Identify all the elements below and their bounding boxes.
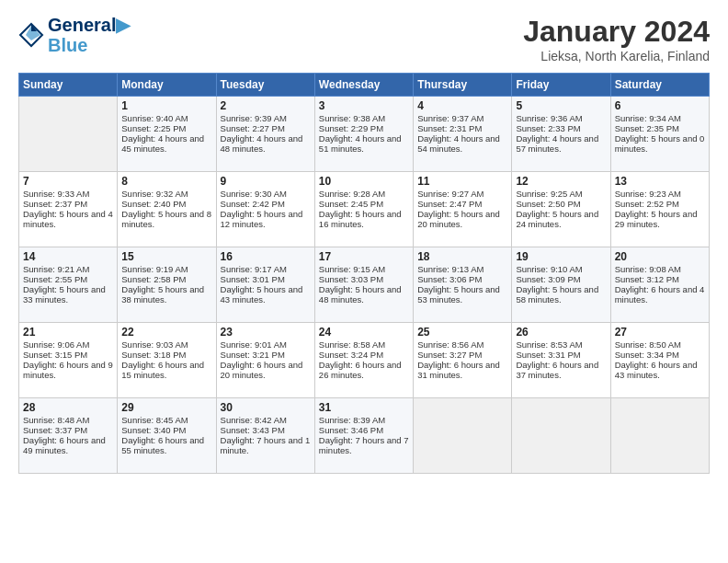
sunset-text: Sunset: 3:01 PM [221,274,285,284]
day-number: 3 [319,99,409,112]
day-number: 25 [417,326,507,339]
calendar-cell [610,398,709,474]
calendar-cell: 18 Sunrise: 9:13 AM Sunset: 3:06 PM Dayl… [414,247,512,323]
sunrise-text: Sunrise: 9:38 AM [319,113,385,123]
day-number: 7 [23,175,113,188]
sunset-text: Sunset: 2:33 PM [516,123,580,133]
sunrise-text: Sunrise: 8:50 AM [615,339,681,350]
daylight-text: Daylight: 5 hours and 0 minutes. [615,133,705,154]
daylight-text: Daylight: 6 hours and 15 minutes. [121,360,204,380]
day-header-friday: Friday [512,74,610,97]
day-number: 9 [221,175,311,188]
sunrise-text: Sunrise: 9:13 AM [417,264,483,274]
day-header-saturday: Saturday [610,74,709,97]
calendar-cell: 6 Sunrise: 9:34 AM Sunset: 2:35 PM Dayli… [610,97,709,172]
sunset-text: Sunset: 2:55 PM [23,274,87,284]
calendar-cell: 11 Sunrise: 9:27 AM Sunset: 2:47 PM Dayl… [414,172,512,247]
day-number: 15 [121,250,211,263]
sunset-text: Sunset: 3:40 PM [121,425,186,435]
calendar-cell: 9 Sunrise: 9:30 AM Sunset: 2:42 PM Dayli… [216,172,314,247]
calendar-header: General▶ Blue January 2024 Lieksa, North… [18,15,710,63]
day-header-sunday: Sunday [19,74,118,97]
sunset-text: Sunset: 2:35 PM [615,123,679,133]
calendar-cell: 24 Sunrise: 8:58 AM Sunset: 3:24 PM Dayl… [314,323,413,398]
logo: General▶ Blue [18,15,130,55]
sunset-text: Sunset: 3:15 PM [23,350,87,360]
calendar-cell: 15 Sunrise: 9:19 AM Sunset: 2:58 PM Dayl… [118,247,216,323]
day-number: 5 [516,99,606,112]
daylight-text: Daylight: 5 hours and 29 minutes. [615,209,698,229]
calendar-cell: 20 Sunrise: 9:08 AM Sunset: 3:12 PM Dayl… [610,247,709,323]
sunrise-text: Sunrise: 9:39 AM [221,113,287,123]
daylight-text: Daylight: 4 hours and 51 minutes. [319,133,402,154]
sunset-text: Sunset: 2:29 PM [319,123,383,133]
day-number: 8 [121,175,211,188]
day-number: 11 [417,175,507,188]
sunrise-text: Sunrise: 8:58 AM [319,339,385,350]
sunrise-text: Sunrise: 9:15 AM [319,264,385,274]
day-number: 28 [23,401,113,414]
day-number: 24 [319,326,409,339]
day-number: 12 [516,175,606,188]
sunrise-text: Sunrise: 9:30 AM [221,189,287,199]
calendar-title: January 2024 [523,15,710,49]
sunrise-text: Sunrise: 9:01 AM [221,339,287,350]
day-number: 22 [121,326,211,339]
calendar-cell: 21 Sunrise: 9:06 AM Sunset: 3:15 PM Dayl… [19,323,118,398]
daylight-text: Daylight: 5 hours and 53 minutes. [417,284,500,304]
calendar-cell [512,398,610,474]
sunset-text: Sunset: 3:46 PM [319,425,383,435]
day-number: 21 [23,326,113,339]
sunrise-text: Sunrise: 9:40 AM [121,113,188,123]
sunset-text: Sunset: 2:40 PM [121,199,186,209]
sunset-text: Sunset: 3:34 PM [615,350,679,360]
sunset-text: Sunset: 3:06 PM [417,274,482,284]
calendar-cell: 25 Sunrise: 8:56 AM Sunset: 3:27 PM Dayl… [414,323,512,398]
daylight-text: Daylight: 6 hours and 55 minutes. [121,435,204,455]
calendar-cell: 16 Sunrise: 9:17 AM Sunset: 3:01 PM Dayl… [216,247,314,323]
sunrise-text: Sunrise: 9:32 AM [121,189,188,199]
sunrise-text: Sunrise: 9:19 AM [121,264,188,274]
day-number: 4 [417,99,507,112]
calendar-cell [414,398,512,474]
sunset-text: Sunset: 3:37 PM [23,425,87,435]
sunset-text: Sunset: 2:27 PM [221,123,285,133]
day-number: 20 [615,250,705,263]
daylight-text: Daylight: 6 hours and 9 minutes. [23,360,113,380]
calendar-cell: 30 Sunrise: 8:42 AM Sunset: 3:43 PM Dayl… [216,398,314,474]
sunrise-text: Sunrise: 8:56 AM [417,339,483,350]
daylight-text: Daylight: 5 hours and 33 minutes. [23,284,106,304]
day-number: 23 [221,326,311,339]
sunrise-text: Sunrise: 9:34 AM [615,113,681,123]
day-header-thursday: Thursday [414,74,512,97]
sunrise-text: Sunrise: 8:39 AM [319,415,385,425]
sunset-text: Sunset: 3:31 PM [516,350,580,360]
daylight-text: Daylight: 6 hours and 26 minutes. [319,360,402,380]
sunrise-text: Sunrise: 9:23 AM [615,189,681,199]
calendar-cell: 28 Sunrise: 8:48 AM Sunset: 3:37 PM Dayl… [19,398,118,474]
daylight-text: Daylight: 5 hours and 43 minutes. [221,284,303,304]
calendar-cell [19,97,118,172]
sunset-text: Sunset: 2:45 PM [319,199,383,209]
sunset-text: Sunset: 2:50 PM [516,199,580,209]
daylight-text: Daylight: 5 hours and 8 minutes. [121,209,211,229]
sunset-text: Sunset: 3:21 PM [221,350,285,360]
daylight-text: Daylight: 6 hours and 49 minutes. [23,435,106,455]
sunset-text: Sunset: 2:42 PM [221,199,285,209]
calendar-cell: 3 Sunrise: 9:38 AM Sunset: 2:29 PM Dayli… [314,97,413,172]
daylight-text: Daylight: 5 hours and 12 minutes. [221,209,303,229]
daylight-text: Daylight: 4 hours and 54 minutes. [417,133,500,154]
calendar-week-row: 1 Sunrise: 9:40 AM Sunset: 2:25 PM Dayli… [19,97,710,172]
day-number: 14 [23,250,113,263]
daylight-text: Daylight: 6 hours and 37 minutes. [516,360,598,380]
day-number: 19 [516,250,606,263]
calendar-cell: 8 Sunrise: 9:32 AM Sunset: 2:40 PM Dayli… [118,172,216,247]
day-number: 26 [516,326,606,339]
calendar-week-row: 7 Sunrise: 9:33 AM Sunset: 2:37 PM Dayli… [19,172,710,247]
sunset-text: Sunset: 3:24 PM [319,350,383,360]
calendar-cell: 22 Sunrise: 9:03 AM Sunset: 3:18 PM Dayl… [118,323,216,398]
calendar-cell: 2 Sunrise: 9:39 AM Sunset: 2:27 PM Dayli… [216,97,314,172]
sunrise-text: Sunrise: 9:17 AM [221,264,287,274]
sunset-text: Sunset: 3:09 PM [516,274,580,284]
daylight-text: Daylight: 4 hours and 45 minutes. [121,133,204,154]
